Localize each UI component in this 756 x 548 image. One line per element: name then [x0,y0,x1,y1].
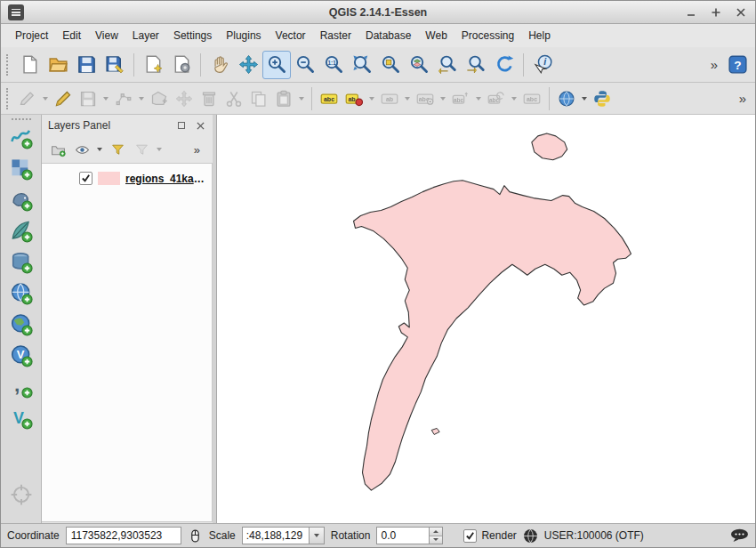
add-feature-button[interactable] [147,86,172,111]
new-print-composer-button[interactable] [139,51,167,79]
menu-processing[interactable]: Processing [454,26,521,45]
rotation-decrease-button[interactable] [430,536,442,544]
python-console-button[interactable] [590,86,615,111]
add-mssql-layer-button[interactable] [7,248,36,277]
metasearch-dropdown[interactable] [579,87,590,110]
paste-features-button[interactable] [271,86,296,111]
add-wfs-layer-button[interactable]: V [7,342,36,370]
cut-features-button[interactable] [221,86,246,111]
manage-visibility-button[interactable] [73,141,91,158]
render-toggle[interactable]: Render [463,529,516,543]
menu-vector[interactable]: Vector [269,26,313,45]
add-raster-layer-button[interactable] [7,155,36,183]
panel-float-button[interactable] [175,119,188,132]
chevron-down-icon[interactable] [157,148,162,151]
open-project-button[interactable] [44,51,72,79]
panel-close-button[interactable] [194,119,206,132]
menu-database[interactable]: Database [358,26,418,45]
coordinate-input[interactable] [66,527,181,544]
add-wcs-layer-button[interactable] [7,310,36,339]
show-hide-labels-dropdown[interactable] [438,87,448,110]
rotate-label-dropdown[interactable] [509,87,519,110]
help-button[interactable]: ? [723,51,752,79]
move-feature-button[interactable] [172,86,197,111]
save-edits-button[interactable] [76,86,101,111]
menu-settings[interactable]: Settings [166,26,219,45]
zoom-native-button[interactable]: 1:1 [319,51,348,79]
node-tool-button[interactable] [111,86,136,111]
move-label-button[interactable]: abc [448,86,473,111]
rotation-input[interactable] [377,528,429,544]
zoom-next-button[interactable] [462,51,490,79]
metasearch-button[interactable] [554,86,579,111]
pin-label-dropdown[interactable] [366,87,377,110]
save-project-button[interactable] [72,51,101,79]
menu-project[interactable]: Project [8,26,55,45]
menu-view[interactable]: View [88,26,125,45]
toggle-editing-button[interactable] [51,86,76,111]
render-checkbox[interactable] [463,529,477,543]
zoom-to-layer-button[interactable] [405,51,433,79]
highlight-labels-button[interactable]: ab [377,86,402,111]
copy-features-button[interactable] [246,86,271,111]
rotation-increase-button[interactable] [430,528,442,536]
add-wms-layer-button[interactable] [7,279,36,308]
toolbar-overflow-button[interactable]: » [734,91,752,106]
filter-expression-button[interactable] [133,141,150,158]
menu-layer[interactable]: Layer [125,26,166,45]
menu-web[interactable]: Web [418,26,454,45]
add-delimited-text-layer-button[interactable]: , [7,373,36,401]
layer-visibility-checkbox[interactable] [79,172,92,185]
add-spatialite-layer-button[interactable] [7,217,36,246]
layer-labeling-button[interactable]: abc [317,86,342,111]
add-virtual-layer-button[interactable]: V [7,404,36,432]
current-edits-dropdown[interactable] [40,87,51,110]
pin-label-button[interactable]: ab [342,86,366,111]
toolbar-drag-handle[interactable] [6,88,11,109]
toolbar-overflow-button[interactable]: » [705,57,723,72]
crs-status-button[interactable] [523,528,538,544]
chevron-down-icon[interactable] [97,148,102,151]
node-tool-dropdown[interactable] [136,87,147,110]
save-edits-dropdown[interactable] [101,87,111,110]
add-vector-layer-button[interactable] [7,124,36,152]
toolbar-drag-handle[interactable] [6,54,11,76]
window-menu-button[interactable] [8,4,24,20]
menu-edit[interactable]: Edit [55,26,88,45]
refresh-button[interactable] [490,51,519,79]
pan-to-selection-button[interactable] [234,51,262,79]
menu-raster[interactable]: Raster [313,26,358,45]
new-project-button[interactable] [15,51,44,79]
show-hide-labels-button[interactable]: abc [413,86,438,111]
toolbar-drag-handle[interactable] [12,118,31,120]
scale-dropdown-button[interactable] [309,528,324,544]
panel-toolbar-overflow[interactable]: » [189,143,205,157]
zoom-full-button[interactable] [348,51,376,79]
zoom-to-selection-button[interactable] [376,51,405,79]
add-postgis-layer-button[interactable] [7,186,36,214]
highlight-labels-dropdown[interactable] [402,87,413,110]
identify-features-button[interactable]: i [528,51,557,79]
layer-item-regions[interactable]: regions_41kam… [45,172,208,185]
pan-map-button[interactable] [205,51,234,79]
maximize-button[interactable] [709,5,723,20]
zoom-last-button[interactable] [433,51,462,79]
paste-features-dropdown[interactable] [296,87,307,110]
close-button[interactable] [734,5,748,20]
menu-plugins[interactable]: Plugins [219,26,268,45]
change-label-button[interactable]: abc [519,86,544,111]
filter-legend-button[interactable] [109,141,126,158]
composer-manager-button[interactable] [167,51,196,79]
rotate-label-button[interactable]: abc [484,86,509,111]
current-edits-button[interactable] [15,86,40,111]
save-project-as-button[interactable] [101,51,129,79]
delete-selected-button[interactable] [197,86,221,111]
zoom-in-button[interactable] [262,51,291,79]
coordinate-capture-button[interactable] [7,480,36,509]
zoom-out-button[interactable] [291,51,319,79]
log-messages-button[interactable] [730,528,749,543]
move-label-dropdown[interactable] [473,87,484,110]
add-group-button[interactable] [49,141,67,158]
minimize-button[interactable] [684,5,698,20]
scale-input[interactable] [243,528,309,544]
